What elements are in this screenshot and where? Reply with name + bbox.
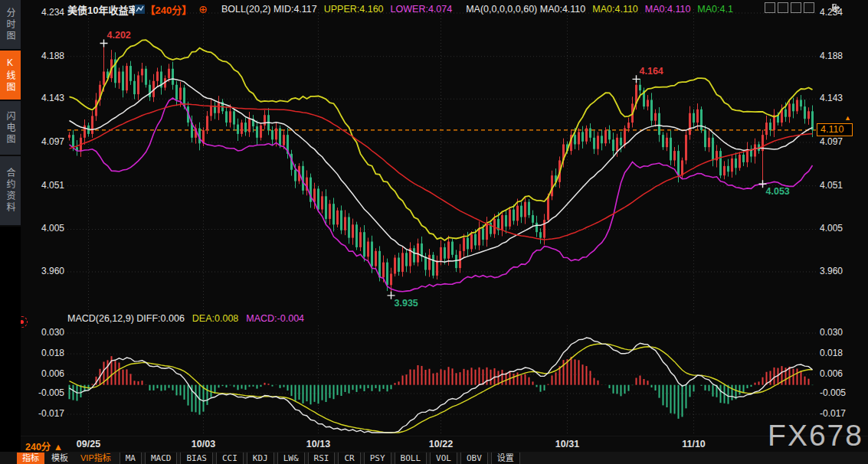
main-chart-plot[interactable]	[67, 0, 816, 319]
date-label: 10/22	[423, 439, 460, 449]
macd-axis-label: -0.005	[23, 387, 64, 398]
indicator-tab-boll[interactable]: BOLL	[395, 453, 427, 464]
macd-header: MACD(26,12,9) DIFF:0.006DEA:0.008MACD:-0…	[67, 313, 304, 324]
date-label: 10/13	[300, 439, 337, 449]
macd-header-label: DEA:0.008	[192, 313, 238, 324]
macd-chart-plot[interactable]	[67, 325, 816, 435]
date-axis: 240分 ▲ 09/2510/0310/1310/2210/3111/10	[0, 436, 868, 453]
date-label: 10/03	[185, 439, 222, 449]
exit-fullscreen-button[interactable]	[804, 2, 814, 13]
indicator-tab-psy[interactable]: PSY	[364, 453, 391, 464]
macd-axis-label: -0.005	[820, 387, 866, 398]
indicator-tab-bias[interactable]: BIAS	[180, 453, 213, 464]
sidebar-tab-contract-info[interactable]: 合约资料	[0, 156, 21, 227]
chart-header: 美债10年收益率【240分】⊕BOLL(20,2) MID:4.117UPPER…	[67, 2, 733, 16]
indicator-tab-cr[interactable]: CR	[338, 453, 360, 464]
indicator-tab-settings[interactable]: 设置	[491, 453, 520, 464]
indicator-tab-lw[interactable]: LW&	[277, 453, 305, 464]
template-button[interactable]: 模板	[46, 453, 74, 464]
price-up-arrow-icon: ▲	[844, 114, 851, 122]
header-label: MA0:4.110	[592, 4, 638, 15]
plus-circle-icon[interactable]: ⊕	[198, 3, 208, 15]
macd-axis-label: 0.030	[23, 327, 64, 338]
zoom-axis-left-button[interactable]	[778, 2, 788, 13]
main-axis-label: 4.234	[23, 7, 64, 18]
indicator-tab-ma[interactable]: MA	[120, 453, 142, 464]
macd-axis-label: 0.018	[23, 348, 64, 358]
main-axis-label: 4.143	[23, 93, 64, 103]
main-axis-label: 4.051	[23, 180, 64, 191]
header-label: 【240分】	[145, 2, 192, 17]
date-label: 11/10	[676, 439, 712, 449]
indicator-tab-kdj[interactable]: KDJ	[247, 453, 274, 464]
fx678-watermark: FX678	[768, 419, 863, 453]
main-axis-label: 4.097	[820, 136, 866, 147]
indicator-button[interactable]: 指标	[17, 453, 44, 464]
main-axis-label: 4.188	[23, 51, 64, 61]
price-annotation: 3.935	[395, 298, 418, 309]
macd-axis-label: 0.018	[820, 348, 866, 358]
main-axis-label: 4.005	[820, 223, 866, 234]
macd-axis-label: -0.017	[23, 408, 64, 419]
main-axis-label: 4.097	[23, 136, 64, 147]
main-axis-label: 4.143	[820, 93, 866, 103]
main-axis-label: 4.188	[820, 51, 866, 61]
macd-axis-label: 0.030	[820, 327, 866, 338]
header-label: MA0:4.110	[645, 4, 691, 15]
header-label: LOWER:4.074	[391, 4, 453, 15]
main-axis-label: 3.960	[23, 266, 64, 276]
price-annotation: 4.202	[107, 30, 131, 41]
indicator-tab-rsi[interactable]: RSI	[308, 453, 336, 464]
macd-header-label: MACD(26,12,9) DIFF:0.006	[67, 313, 185, 324]
macd-header-label: MACD:-0.004	[246, 313, 304, 324]
sidebar: 分时图K线图闪电图合约资料	[0, 0, 21, 452]
main-axis-label: 3.960	[820, 266, 866, 276]
zoom-axis-right-button[interactable]	[791, 2, 801, 13]
main-axis-label: 4.234	[820, 7, 866, 18]
vip-indicator-button[interactable]: VIP指标	[75, 453, 116, 464]
main-axis-label: 4.051	[820, 180, 866, 191]
indicator-tab-vol[interactable]: VOL	[430, 453, 457, 464]
indicator-tab-cci[interactable]: CCI	[216, 453, 244, 464]
bottom-toolbar: 指标模板VIP指标MAMACDBIASCCIKDJLW&RSICRPSYBOLL…	[0, 452, 868, 464]
macd-axis-label: 0.006	[23, 368, 64, 379]
sidebar-tab-flash-chart[interactable]: 闪电图	[0, 101, 21, 156]
indicator-tab-macd[interactable]: MACD	[145, 453, 178, 464]
price-annotation: 4.053	[766, 186, 790, 197]
price-annotation: 4.164	[640, 66, 663, 77]
app-window: 分时图K线图闪电图合约资料 美债10年收益率【240分】⊕BOLL(20,2) …	[0, 0, 868, 464]
indicator-tab-obv[interactable]: OBV	[460, 453, 488, 464]
current-price-value: 4.110	[821, 124, 843, 135]
date-label: 09/25	[70, 439, 107, 449]
chart-tool-buttons	[765, 2, 814, 13]
header-label: BOLL(20,2) MID:4.117	[221, 4, 317, 15]
macd-axis-label: -0.017	[820, 408, 866, 419]
header-label: MA0:4.1	[697, 4, 733, 15]
macd-axis-label: 0.006	[820, 368, 866, 379]
header-label: MA(0,0,0,0,0,60) MA0:4.110	[466, 4, 585, 15]
crosshair-tool-button[interactable]	[765, 2, 775, 13]
main-axis-label: 4.005	[23, 223, 64, 234]
header-label: 美债10年收益率	[67, 2, 138, 17]
sidebar-tab-kline-chart[interactable]: K线图	[0, 51, 21, 101]
sidebar-tab-time-chart[interactable]: 分时图	[0, 0, 21, 51]
current-price-badge: 4.110	[817, 123, 853, 136]
date-label: 10/31	[549, 439, 586, 449]
header-label: UPPER:4.160	[324, 4, 384, 15]
